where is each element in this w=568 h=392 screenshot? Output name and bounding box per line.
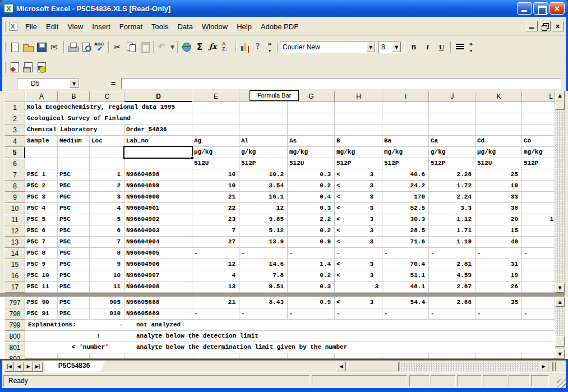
- cell-H7[interactable]: <3: [335, 169, 382, 180]
- cell-L15[interactable]: [522, 259, 555, 270]
- cell-F5[interactable]: g/kg: [239, 147, 288, 158]
- column-header-J[interactable]: J: [429, 91, 475, 102]
- column-header-D[interactable]: D: [124, 91, 192, 102]
- menu-item-window[interactable]: Window: [197, 21, 232, 33]
- cell-F15[interactable]: 14.6: [239, 259, 288, 270]
- convert-to-pdf-button[interactable]: [8, 61, 21, 74]
- column-header-H[interactable]: H: [335, 91, 382, 102]
- top-pane-vscroll-track[interactable]: [555, 100, 565, 283]
- row-header-10[interactable]: 10: [4, 203, 25, 214]
- active-cell-selection[interactable]: [123, 146, 193, 159]
- cell-E797[interactable]: 21: [192, 297, 239, 308]
- cell-E3[interactable]: [192, 124, 239, 135]
- cell-I1[interactable]: [382, 102, 429, 113]
- cell-F2[interactable]: [239, 113, 288, 124]
- row-header-798[interactable]: 798: [4, 308, 25, 320]
- sheet-tab-active[interactable]: P5C54836: [43, 361, 105, 372]
- row-header-14[interactable]: 14: [4, 248, 25, 259]
- cell-H16[interactable]: <3: [335, 270, 382, 281]
- cell-F6[interactable]: 512P: [239, 158, 288, 169]
- cell-A7[interactable]: P5C 1: [25, 169, 58, 180]
- cell-H8[interactable]: <3: [335, 181, 382, 191]
- cell-D13[interactable]: N96604904: [124, 237, 192, 247]
- cell-K8[interactable]: 10: [475, 181, 522, 191]
- cell-A12[interactable]: P5C 6: [25, 225, 58, 236]
- cell-L1[interactable]: [522, 102, 555, 113]
- cell-L8[interactable]: [522, 181, 555, 191]
- cell-A17[interactable]: P5C 11: [25, 282, 58, 292]
- cell-D797[interactable]: N96605688: [124, 297, 192, 308]
- cell-I6[interactable]: 512P: [382, 158, 429, 169]
- cell-B10[interactable]: P5C: [58, 203, 90, 214]
- toolbar-grip[interactable]: [276, 41, 278, 53]
- resize-grip[interactable]: [557, 379, 566, 388]
- cell-B14[interactable]: P5C: [58, 248, 90, 259]
- cell-K14[interactable]: -: [475, 248, 522, 259]
- cell-J7[interactable]: 2.28: [429, 169, 475, 180]
- cell-G7[interactable]: 0.3: [288, 169, 335, 180]
- row-header-801[interactable]: 801: [4, 342, 25, 353]
- cell-E13[interactable]: 27: [192, 237, 239, 247]
- cell-F16[interactable]: 7.8: [239, 270, 288, 281]
- cell-E7[interactable]: 10: [192, 169, 239, 180]
- edit-formula-button[interactable]: =: [111, 79, 116, 88]
- cell-D12[interactable]: N96604903: [124, 225, 192, 236]
- cell-E2[interactable]: [192, 113, 239, 124]
- hscroll-track[interactable]: [399, 362, 539, 371]
- cell-G5[interactable]: mg/kg: [288, 147, 335, 158]
- cell-K2[interactable]: [475, 113, 522, 124]
- cell-E6[interactable]: 512U: [192, 158, 239, 169]
- underline-button[interactable]: U: [435, 40, 449, 54]
- cell-K11[interactable]: 20: [475, 214, 522, 225]
- cell-C9[interactable]: 3: [90, 192, 124, 202]
- cell-J15[interactable]: 2.81: [429, 259, 475, 270]
- cell-E15[interactable]: 12: [192, 259, 239, 270]
- cell-C7[interactable]: 1: [90, 169, 124, 180]
- row-header-797[interactable]: 797: [4, 297, 25, 308]
- cell-J12[interactable]: 1.71: [429, 225, 475, 236]
- row-header-3[interactable]: 3: [4, 124, 25, 136]
- cell-I12[interactable]: 28.5: [382, 225, 429, 236]
- row-header-802[interactable]: 802: [4, 353, 25, 359]
- cell-E5[interactable]: µg/kg: [192, 147, 239, 158]
- cell-J16[interactable]: 4.59: [429, 270, 475, 281]
- cell-A11[interactable]: P5C 5: [25, 214, 58, 225]
- row-header-5[interactable]: 5: [4, 147, 25, 158]
- cell-G798[interactable]: -: [288, 308, 335, 319]
- row-header-12[interactable]: 12: [4, 225, 25, 237]
- cell-L9[interactable]: [522, 192, 555, 202]
- cell-E10[interactable]: 22: [192, 203, 239, 214]
- cell-B17[interactable]: P5C: [58, 282, 90, 292]
- bottom-pane-vscroll-thumb[interactable]: [555, 336, 565, 347]
- cell-J797[interactable]: 2.66: [429, 297, 475, 308]
- paste-function-button[interactable]: [207, 40, 220, 54]
- cell-J8[interactable]: 1.72: [429, 181, 475, 191]
- cell-G4[interactable]: As: [288, 136, 335, 146]
- cell-F3[interactable]: [239, 124, 288, 135]
- cell-D9[interactable]: N96604900: [124, 192, 192, 202]
- cell-B13[interactable]: P5C: [58, 237, 90, 247]
- cell-I11[interactable]: 30.3: [382, 214, 429, 225]
- bold-button[interactable]: B: [407, 40, 421, 54]
- cell-F7[interactable]: 10.2: [239, 169, 288, 180]
- cell-L11[interactable]: 1: [522, 214, 555, 225]
- cell-J9[interactable]: 2.24: [429, 192, 475, 202]
- cell-B16[interactable]: P5C: [58, 270, 90, 281]
- cell-I2[interactable]: [382, 113, 429, 124]
- cell-J5[interactable]: g/kg: [429, 147, 475, 158]
- cell-A15[interactable]: P5C 9: [25, 259, 58, 270]
- italic-button[interactable]: I: [421, 40, 435, 54]
- paste-button[interactable]: [138, 40, 151, 54]
- cell-I15[interactable]: 70.4: [382, 259, 429, 270]
- top-pane-vscroll-thumb[interactable]: [555, 100, 565, 110]
- row-header-799[interactable]: 799: [4, 320, 25, 331]
- window-close-button[interactable]: x: [552, 21, 564, 31]
- undo-button[interactable]: [156, 40, 169, 54]
- cell-K10[interactable]: 38: [475, 203, 522, 214]
- cell-H9[interactable]: <3: [335, 192, 382, 202]
- cell-H10[interactable]: <3: [335, 203, 382, 214]
- menu-item-tools[interactable]: Tools: [147, 21, 173, 33]
- cell-I16[interactable]: 51.1: [382, 270, 429, 281]
- cell-K5[interactable]: µg/kg: [475, 147, 522, 158]
- cell-J11[interactable]: 1.12: [429, 214, 475, 225]
